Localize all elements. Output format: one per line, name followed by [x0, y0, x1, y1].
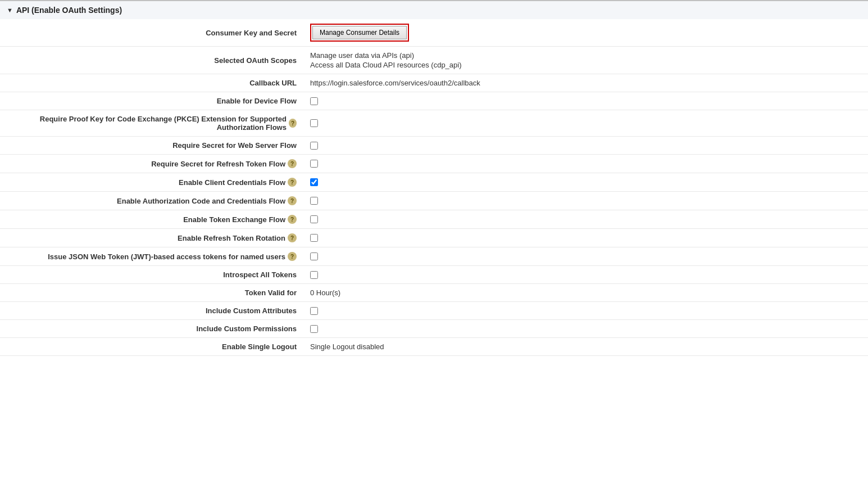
checkbox-include-custom-attributes[interactable] — [310, 307, 318, 315]
label-enable-token-exchange: Enable Token Exchange Flow? — [0, 210, 303, 229]
label-require-secret-refresh: Require Secret for Refresh Token Flow? — [0, 155, 303, 173]
value-enable-client-credentials[interactable] — [303, 173, 868, 192]
help-icon[interactable]: ? — [288, 215, 297, 224]
checkbox-require-secret-web[interactable] — [310, 142, 318, 150]
value-consumer-key-secret: Manage Consumer Details — [303, 19, 868, 47]
value-require-secret-refresh[interactable] — [303, 155, 868, 173]
value-selected-oauth-scopes: Manage user data via APIs (api)Access al… — [303, 47, 868, 74]
value-enable-refresh-token-rotation[interactable] — [303, 229, 868, 247]
table-row: Require Proof Key for Code Exchange (PKC… — [0, 110, 868, 137]
value-require-secret-web[interactable] — [303, 137, 868, 155]
checkbox-enable-token-exchange[interactable] — [310, 215, 318, 223]
label-introspect-all-tokens: Introspect All Tokens — [0, 266, 303, 284]
help-icon[interactable]: ? — [289, 119, 297, 128]
label-enable-device-flow: Enable for Device Flow — [0, 92, 303, 110]
checkbox-require-pkce[interactable] — [310, 119, 318, 127]
value-enable-device-flow[interactable] — [303, 92, 868, 110]
checkbox-introspect-all-tokens[interactable] — [310, 271, 318, 279]
label-include-custom-attributes: Include Custom Attributes — [0, 302, 303, 320]
label-enable-single-logout: Enable Single Logout — [0, 338, 303, 356]
help-icon[interactable]: ? — [288, 252, 297, 261]
label-callback-url: Callback URL — [0, 74, 303, 92]
table-row: Require Secret for Web Server Flow — [0, 137, 868, 155]
help-icon[interactable]: ? — [288, 178, 297, 187]
label-consumer-key-secret: Consumer Key and Secret — [0, 19, 303, 47]
value-include-custom-permissions[interactable] — [303, 320, 868, 338]
table-row: Enable Refresh Token Rotation? — [0, 229, 868, 247]
table-row: Selected OAuth ScopesManage user data vi… — [0, 47, 868, 74]
table-row: Callback URLhttps://login.salesforce.com… — [0, 74, 868, 92]
label-enable-client-credentials: Enable Client Credentials Flow? — [0, 173, 303, 192]
section-title: API (Enable OAuth Settings) — [16, 6, 122, 15]
checkbox-enable-device-flow[interactable] — [310, 97, 318, 105]
table-row: Enable Client Credentials Flow? — [0, 173, 868, 192]
label-selected-oauth-scopes: Selected OAuth Scopes — [0, 47, 303, 74]
label-include-custom-permissions: Include Custom Permissions — [0, 320, 303, 338]
table-row: Enable for Device Flow — [0, 92, 868, 110]
table-row: Include Custom Permissions — [0, 320, 868, 338]
label-enable-refresh-token-rotation: Enable Refresh Token Rotation? — [0, 229, 303, 247]
table-row: Issue JSON Web Token (JWT)-based access … — [0, 247, 868, 266]
section-header: ▼ API (Enable OAuth Settings) — [0, 0, 868, 19]
value-enable-single-logout: Single Logout disabled — [303, 338, 868, 356]
value-include-custom-attributes[interactable] — [303, 302, 868, 320]
label-token-valid-for: Token Valid for — [0, 284, 303, 302]
table-row: Enable Authorization Code and Credential… — [0, 192, 868, 210]
value-enable-auth-code[interactable] — [303, 192, 868, 210]
table-row: Enable Token Exchange Flow? — [0, 210, 868, 229]
table-row: Enable Single LogoutSingle Logout disabl… — [0, 338, 868, 356]
label-issue-jwt: Issue JSON Web Token (JWT)-based access … — [0, 247, 303, 266]
value-issue-jwt[interactable] — [303, 247, 868, 266]
value-enable-token-exchange[interactable] — [303, 210, 868, 229]
label-require-secret-web: Require Secret for Web Server Flow — [0, 137, 303, 155]
value-callback-url: https://login.salesforce.com/services/oa… — [303, 74, 868, 92]
table-row: Require Secret for Refresh Token Flow? — [0, 155, 868, 173]
checkbox-issue-jwt[interactable] — [310, 252, 318, 260]
manage-consumer-details-highlight: Manage Consumer Details — [310, 24, 409, 42]
help-icon[interactable]: ? — [288, 159, 297, 168]
table-row: Introspect All Tokens — [0, 266, 868, 284]
label-enable-auth-code: Enable Authorization Code and Credential… — [0, 192, 303, 210]
table-row: Consumer Key and SecretManage Consumer D… — [0, 19, 868, 47]
value-require-pkce[interactable] — [303, 110, 868, 137]
collapse-triangle[interactable]: ▼ — [7, 7, 13, 13]
checkbox-enable-client-credentials[interactable] — [310, 178, 318, 186]
checkbox-enable-refresh-token-rotation[interactable] — [310, 234, 318, 242]
checkbox-require-secret-refresh[interactable] — [310, 160, 318, 168]
value-token-valid-for: 0 Hour(s) — [303, 284, 868, 302]
table-row: Include Custom Attributes — [0, 302, 868, 320]
help-icon[interactable]: ? — [288, 196, 297, 205]
checkbox-include-custom-permissions[interactable] — [310, 325, 318, 333]
value-introspect-all-tokens[interactable] — [303, 266, 868, 284]
manage-consumer-details-button[interactable]: Manage Consumer Details — [312, 26, 407, 39]
settings-table: Consumer Key and SecretManage Consumer D… — [0, 19, 868, 356]
table-row: Token Valid for0 Hour(s) — [0, 284, 868, 302]
help-icon[interactable]: ? — [288, 233, 297, 242]
checkbox-enable-auth-code[interactable] — [310, 197, 318, 205]
label-require-pkce: Require Proof Key for Code Exchange (PKC… — [0, 110, 303, 137]
